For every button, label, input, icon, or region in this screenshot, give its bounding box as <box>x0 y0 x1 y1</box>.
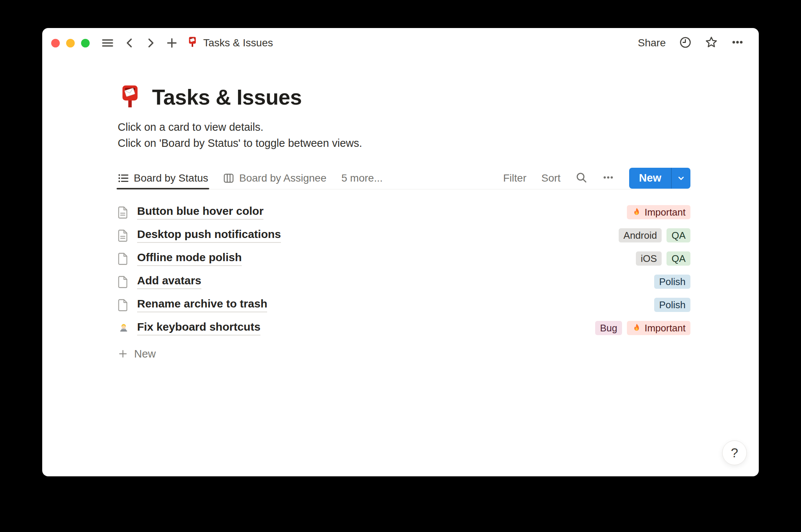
page-blank-icon <box>118 275 130 288</box>
more-options-icon[interactable] <box>731 36 744 50</box>
traffic-lights <box>51 39 90 47</box>
sort-button[interactable]: Sort <box>541 172 560 184</box>
task-tags: AndroidQA <box>619 228 690 242</box>
view-tab-label: Board by Assignee <box>239 172 327 184</box>
minimize-window-button[interactable] <box>66 39 75 47</box>
tag-label: Polish <box>659 276 686 288</box>
view-tab-label: Board by Status <box>134 172 208 184</box>
notion-window: Tasks & Issues Share <box>42 28 759 476</box>
back-icon[interactable] <box>124 37 135 49</box>
filter-button[interactable]: Filter <box>503 172 526 184</box>
task-tags: Polish <box>654 275 690 289</box>
board-view-icon <box>223 173 234 184</box>
zoom-window-button[interactable] <box>81 39 90 47</box>
task-tags: iOSQA <box>636 251 690 266</box>
page-blank-icon <box>118 252 130 265</box>
page-text-icon <box>118 229 130 242</box>
tag-label: Bug <box>600 322 617 334</box>
tag-label: iOS <box>641 253 657 265</box>
view-tabs: Board by StatusBoard by Assignee <box>118 167 341 189</box>
close-window-button[interactable] <box>51 39 60 47</box>
new-tab-icon[interactable] <box>166 37 178 49</box>
help-button[interactable]: ? <box>722 440 747 465</box>
task-row[interactable]: Rename archive to trashPolish <box>118 293 690 316</box>
task-tags: Polish <box>654 298 690 312</box>
share-button[interactable]: Share <box>638 37 666 49</box>
search-icon[interactable] <box>575 171 587 185</box>
tag-qa: QA <box>667 251 690 266</box>
task-row[interactable]: Fix keyboard shortcutsBugImportant <box>118 316 690 340</box>
tag-qa: QA <box>667 228 690 242</box>
page-title: Tasks & Issues <box>152 85 302 109</box>
task-tags: Important <box>627 205 690 219</box>
task-title-link[interactable]: Button blue hover color <box>137 205 263 220</box>
task-row[interactable]: Add avatarsPolish <box>118 270 690 293</box>
description-line: Click on 'Board by Status' to toggle bet… <box>118 135 690 151</box>
tag-android: Android <box>619 228 662 242</box>
add-new-row-label: New <box>134 348 156 360</box>
postbox-icon <box>187 36 198 50</box>
new-button-group: New <box>629 168 690 189</box>
postbox-icon[interactable] <box>118 84 142 110</box>
tag-ios: iOS <box>636 251 662 266</box>
view-tab-board-by-status[interactable]: Board by Status <box>118 167 208 189</box>
page-description: Click on a card to view details. Click o… <box>118 119 690 151</box>
task-title-link[interactable]: Fix keyboard shortcuts <box>137 321 260 336</box>
task-title-link[interactable]: Offline mode polish <box>137 251 242 266</box>
sidebar-menu-icon[interactable] <box>101 37 114 49</box>
new-button-dropdown[interactable] <box>672 168 690 189</box>
tag-important: Important <box>627 205 690 219</box>
list-view-icon <box>118 173 129 184</box>
task-row[interactable]: Offline mode polishiOSQA <box>118 247 690 270</box>
breadcrumb-title: Tasks & Issues <box>203 37 273 49</box>
history-clock-icon[interactable] <box>679 36 692 50</box>
tag-important: Important <box>627 321 690 335</box>
task-tags: BugImportant <box>595 321 690 335</box>
tag-label: Polish <box>659 299 686 311</box>
page-blank-icon <box>118 299 130 311</box>
plus-icon <box>118 349 128 359</box>
view-options-icon[interactable] <box>602 171 614 185</box>
technologist-emoji <box>118 322 130 334</box>
page-text-icon <box>118 206 130 219</box>
tag-bug: Bug <box>595 321 622 335</box>
task-title-link[interactable]: Desktop push notifications <box>137 228 281 243</box>
task-row[interactable]: Desktop push notificationsAndroidQA <box>118 224 690 247</box>
task-title-link[interactable]: Add avatars <box>137 274 201 290</box>
tag-label: Important <box>644 322 686 334</box>
breadcrumb[interactable]: Tasks & Issues <box>187 36 273 50</box>
view-tab-board-by-assignee[interactable]: Board by Assignee <box>223 167 327 189</box>
add-new-row-button[interactable]: New <box>118 344 690 364</box>
tag-label: Important <box>644 207 686 218</box>
new-button[interactable]: New <box>629 168 671 189</box>
desktop-backdrop: { "colors": { "accent_blue": "#2383e2", … <box>0 0 801 532</box>
tag-polish: Polish <box>654 298 690 312</box>
tag-label: QA <box>671 230 686 241</box>
task-row[interactable]: Button blue hover colorImportant <box>118 201 690 224</box>
tag-label: QA <box>671 253 686 265</box>
favorite-star-icon[interactable] <box>705 36 718 50</box>
fire-icon <box>632 323 641 333</box>
window-titlebar: Tasks & Issues Share <box>42 28 759 58</box>
view-bar: Board by StatusBoard by Assignee 5 more.… <box>118 167 690 189</box>
tag-polish: Polish <box>654 275 690 289</box>
help-button-label: ? <box>731 445 738 460</box>
task-title-link[interactable]: Rename archive to trash <box>137 297 267 313</box>
task-list: Button blue hover colorImportantDesktop … <box>118 201 690 340</box>
fire-icon <box>632 207 641 217</box>
description-line: Click on a card to view details. <box>118 119 690 135</box>
tag-label: Android <box>624 230 657 241</box>
more-views-link[interactable]: 5 more... <box>341 172 383 184</box>
forward-icon[interactable] <box>145 37 156 49</box>
